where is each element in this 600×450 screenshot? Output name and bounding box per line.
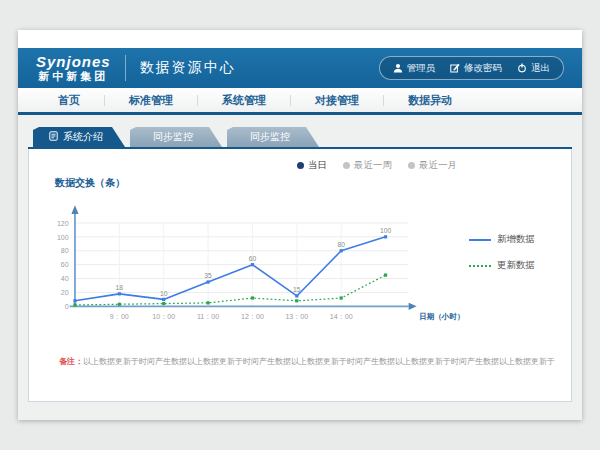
svg-text:11：00: 11：00	[197, 313, 219, 321]
svg-text:100: 100	[380, 227, 391, 234]
svg-text:80: 80	[337, 241, 345, 248]
svg-text:120: 120	[57, 220, 69, 228]
nav-item-interface-mgmt[interactable]: 对接管理	[291, 95, 384, 106]
legend-swatch-new-data	[469, 239, 491, 241]
range-label: 当日	[308, 159, 327, 172]
footnote-text: 以上数据更新于时间产生数据以上数据更新于时间产生数据以上数据更新于时间产生数据以…	[83, 357, 555, 366]
tab-label: 系统介绍	[63, 130, 103, 144]
svg-text:9：00: 9：00	[110, 313, 129, 321]
line-chart-svg: 0204060801001209：0010：0011：0012：0013：001…	[43, 191, 469, 326]
change-password-button[interactable]: 修改密码	[450, 62, 502, 75]
tab-bar: 系统介绍 同步监控 同步监控	[28, 127, 572, 149]
nav-item-home[interactable]: 首页	[34, 95, 105, 106]
svg-text:18: 18	[116, 284, 124, 291]
chart-legend: 新增数据 更新数据	[469, 191, 557, 326]
user-label: 管理员	[407, 62, 436, 75]
legend-item-updated-data[interactable]: 更新数据	[469, 259, 557, 272]
tab-sync-monitor-1[interactable]: 同步监控	[130, 127, 222, 147]
svg-text:80: 80	[61, 247, 69, 255]
radio-dot-icon	[297, 162, 304, 169]
svg-text:10：00: 10：00	[152, 313, 175, 321]
app-window: Synjones 新中新集团 数据资源中心 管理员 修改密码	[18, 30, 582, 420]
header-divider	[125, 55, 126, 81]
svg-text:日期（小时）: 日期（小时）	[419, 312, 464, 321]
radio-dot-icon	[408, 162, 415, 169]
range-option-last-month[interactable]: 最近一月	[408, 159, 457, 172]
legend-swatch-updated-data	[469, 265, 491, 267]
window-top-strip	[18, 30, 582, 48]
nav-item-system-mgmt[interactable]: 系统管理	[198, 95, 291, 106]
svg-text:15: 15	[293, 286, 301, 293]
logo-brand-text: Synjones	[36, 54, 111, 69]
logo: Synjones 新中新集团	[36, 54, 111, 82]
edit-icon	[450, 63, 460, 73]
svg-text:0: 0	[65, 303, 69, 311]
footnote-prefix: 备注：	[59, 357, 83, 366]
svg-text:12：00: 12：00	[241, 313, 264, 321]
logo-company-text: 新中新集团	[38, 71, 108, 82]
range-option-today[interactable]: 当日	[297, 159, 327, 172]
svg-text:20: 20	[61, 289, 69, 297]
tab-sync-monitor-2[interactable]: 同步监控	[227, 127, 319, 147]
time-range-selector: 当日 最近一周 最近一月	[43, 149, 557, 172]
user-menu-button[interactable]: 管理员	[393, 62, 436, 75]
user-toolbar: 管理员 修改密码 退出	[379, 56, 565, 80]
chart-panel: 当日 最近一周 最近一月 数据交换（条） 0204060801001209：00…	[28, 149, 572, 402]
svg-text:10: 10	[160, 290, 168, 297]
range-label: 最近一月	[419, 159, 457, 172]
nav-item-data-change[interactable]: 数据异动	[384, 95, 476, 106]
svg-text:100: 100	[57, 234, 69, 242]
y-axis-title: 数据交换（条）	[55, 176, 557, 189]
range-option-last-week[interactable]: 最近一周	[343, 159, 392, 172]
app-header: Synjones 新中新集团 数据资源中心 管理员 修改密码	[18, 48, 582, 88]
page-title: 数据资源中心	[140, 59, 236, 77]
power-icon	[517, 63, 527, 73]
range-label: 最近一周	[354, 159, 392, 172]
logout-label: 退出	[531, 62, 550, 75]
svg-text:13：00: 13：00	[285, 313, 308, 321]
svg-text:60: 60	[249, 255, 257, 262]
chart-plot: 0204060801001209：0010：0011：0012：0013：001…	[43, 191, 469, 326]
main-nav: 首页 标准管理 系统管理 对接管理 数据异动	[18, 88, 582, 115]
legend-label: 更新数据	[497, 259, 535, 272]
content-area: 系统介绍 同步监控 同步监控 当日 最近一周	[18, 115, 582, 420]
footnote: 备注：以上数据更新于时间产生数据以上数据更新于时间产生数据以上数据更新于时间产生…	[59, 356, 557, 367]
svg-text:60: 60	[61, 261, 69, 269]
legend-item-new-data[interactable]: 新增数据	[469, 233, 557, 246]
logout-button[interactable]: 退出	[517, 62, 550, 75]
svg-text:14：00: 14：00	[330, 313, 353, 321]
document-icon	[49, 131, 58, 143]
tab-label: 同步监控	[153, 130, 193, 144]
change-password-label: 修改密码	[464, 62, 502, 75]
user-icon	[393, 63, 403, 73]
nav-item-standard-mgmt[interactable]: 标准管理	[105, 95, 198, 106]
radio-dot-icon	[343, 162, 350, 169]
chart-row: 0204060801001209：0010：0011：0012：0013：001…	[43, 191, 557, 326]
tab-label: 同步监控	[250, 130, 290, 144]
legend-label: 新增数据	[497, 233, 535, 246]
svg-text:40: 40	[61, 275, 69, 283]
svg-text:35: 35	[204, 272, 212, 279]
tab-system-intro[interactable]: 系统介绍	[33, 127, 125, 147]
